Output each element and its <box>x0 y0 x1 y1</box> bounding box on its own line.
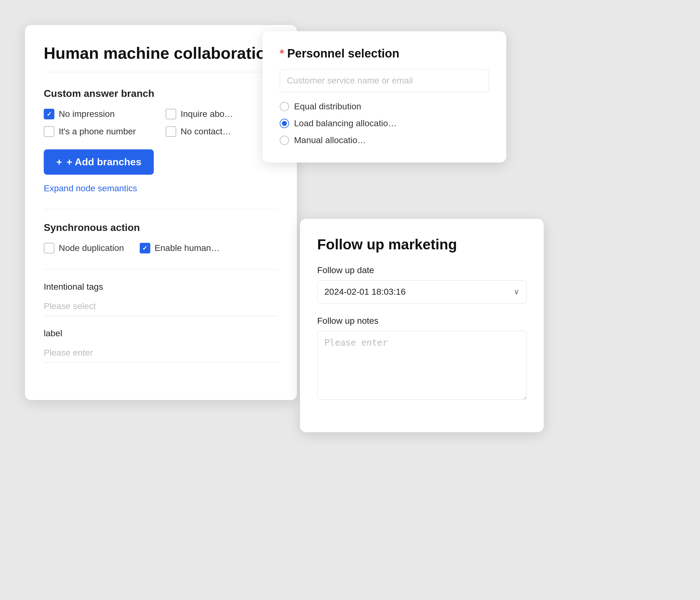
radio-load-balance[interactable]: Load balancing allocatio… <box>280 119 489 128</box>
personnel-selection-card: * Personnel selection Equal distribution… <box>262 31 506 162</box>
radio-equal-label: Equal distribution <box>294 102 361 111</box>
expand-node-semantics-link[interactable]: Expand node semantics <box>44 183 278 194</box>
sync-checkboxes: Node duplication Enable human… <box>44 243 278 253</box>
radio-load-label: Load balancing allocatio… <box>294 119 397 128</box>
radio-load-circle[interactable] <box>280 119 289 128</box>
synchronous-label: Synchronous action <box>44 222 278 233</box>
checkbox-no-contact-label: No contact… <box>181 127 231 136</box>
custom-answer-checkboxes: No impression Inquire abo… It's a phone … <box>44 109 278 137</box>
required-star: * <box>280 47 284 60</box>
label-field-input[interactable] <box>44 344 278 362</box>
allocation-radio-group: Equal distribution Load balancing alloca… <box>280 102 489 145</box>
checkbox-phone-number[interactable]: It's a phone number <box>44 126 156 137</box>
checkbox-no-impression-label: No impression <box>59 109 115 119</box>
section-divider-2 <box>44 269 278 269</box>
follow-up-marketing-card: Follow up marketing Follow up date 2024-… <box>300 219 544 432</box>
checkbox-no-contact[interactable]: No contact… <box>166 126 278 137</box>
human-machine-card: Human machine collaboration Custom answe… <box>25 25 297 400</box>
personnel-title: * Personnel selection <box>280 47 489 60</box>
radio-manual-circle[interactable] <box>280 135 289 145</box>
add-branches-label: + Add branches <box>67 156 142 168</box>
add-branches-button[interactable]: + + Add branches <box>44 149 154 175</box>
checkbox-inquire[interactable]: Inquire abo… <box>166 109 278 119</box>
radio-manual-label: Manual allocatio… <box>294 135 366 145</box>
intentional-tags-group: Intentional tags <box>44 282 278 316</box>
chevron-down-icon: ∨ <box>514 288 519 296</box>
custom-answer-label: Custom answer branch <box>44 88 278 99</box>
checkbox-inquire-box[interactable] <box>166 109 176 119</box>
checkbox-node-dup-box[interactable] <box>44 243 54 253</box>
follow-up-date-label: Follow up date <box>317 265 527 275</box>
checkbox-no-contact-box[interactable] <box>166 126 176 137</box>
follow-up-notes-label: Follow up notes <box>317 316 527 326</box>
checkbox-enable-human-label: Enable human… <box>155 243 220 253</box>
section-divider-1 <box>44 209 278 209</box>
radio-manual[interactable]: Manual allocatio… <box>280 135 489 145</box>
follow-up-date-select[interactable]: 2024-02-01 18:03:16 ∨ <box>317 280 527 303</box>
checkbox-node-dup-label: Node duplication <box>59 243 124 253</box>
date-value: 2024-02-01 18:03:16 <box>324 287 406 297</box>
radio-equal-circle[interactable] <box>280 102 289 111</box>
label-field-label: label <box>44 328 278 339</box>
checkbox-no-impression-box[interactable] <box>44 109 54 119</box>
follow-up-date-group: Follow up date 2024-02-01 18:03:16 ∨ <box>317 265 527 303</box>
radio-equal-distribution[interactable]: Equal distribution <box>280 102 489 111</box>
checkbox-no-impression[interactable]: No impression <box>44 109 156 119</box>
checkbox-inquire-label: Inquire abo… <box>181 109 233 119</box>
plus-icon: + <box>56 156 62 168</box>
intentional-tags-label: Intentional tags <box>44 282 278 292</box>
checkbox-phone-box[interactable] <box>44 126 54 137</box>
card1-title: Human machine collaboration <box>44 44 278 72</box>
checkbox-node-dup[interactable]: Node duplication <box>44 243 124 253</box>
personnel-search-input[interactable] <box>280 69 489 92</box>
checkbox-enable-human-box[interactable] <box>140 243 150 253</box>
intentional-tags-input[interactable] <box>44 297 278 316</box>
personnel-title-text: Personnel selection <box>287 47 399 60</box>
followup-title: Follow up marketing <box>317 236 527 253</box>
checkbox-phone-label: It's a phone number <box>59 127 136 136</box>
checkbox-enable-human[interactable]: Enable human… <box>140 243 220 253</box>
follow-up-notes-group: Follow up notes <box>317 316 527 401</box>
follow-up-notes-textarea[interactable] <box>317 331 527 400</box>
label-field-group: label <box>44 328 278 362</box>
